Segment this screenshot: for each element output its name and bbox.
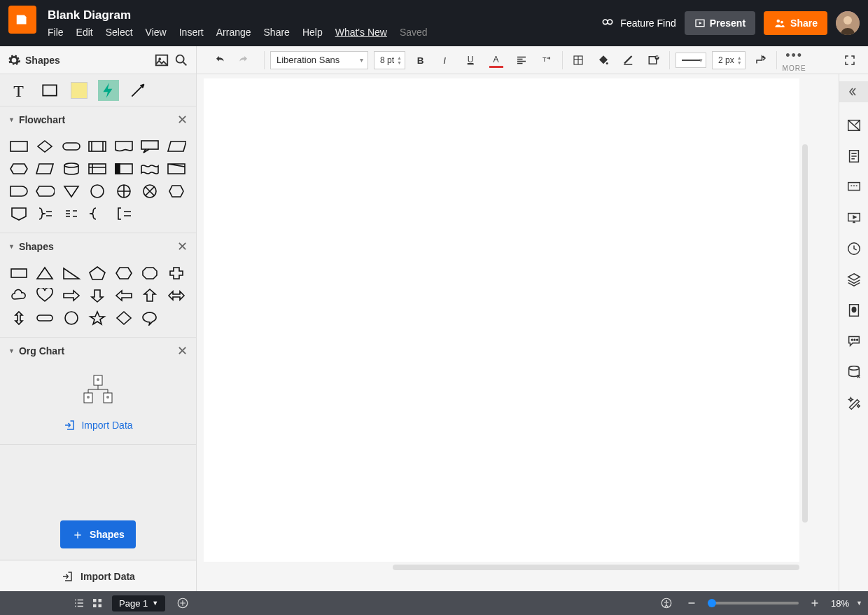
navigator-icon[interactable]	[846, 118, 862, 133]
action-tool[interactable]	[98, 80, 119, 101]
more-menu[interactable]: ••• MORE	[783, 48, 806, 72]
shape-hexagon2[interactable]	[113, 264, 134, 282]
menu-insert[interactable]: Insert	[179, 27, 204, 38]
fill-button[interactable]	[594, 50, 613, 70]
shape-hexagon[interactable]	[8, 160, 29, 178]
shape-card[interactable]	[113, 160, 134, 178]
canvas-page[interactable]	[204, 78, 799, 562]
chat-icon[interactable]	[846, 333, 862, 349]
shape-parallelogram[interactable]	[34, 160, 55, 178]
app-logo[interactable]	[8, 6, 36, 34]
zoom-value[interactable]: 18%	[831, 598, 849, 609]
accessibility-icon[interactable]	[657, 594, 676, 612]
italic-button[interactable]: I	[436, 50, 456, 70]
undo-button[interactable]	[211, 50, 230, 70]
shape-process[interactable]	[8, 137, 29, 156]
shape-star[interactable]	[87, 309, 108, 327]
fullscreen-button[interactable]	[840, 50, 860, 70]
grid-view-icon[interactable]	[88, 594, 106, 612]
menu-edit[interactable]: Edit	[76, 27, 93, 38]
menu-help[interactable]: Help	[302, 27, 323, 38]
shape-circle[interactable]	[61, 309, 82, 327]
menu-file[interactable]: File	[48, 27, 64, 38]
menu-view[interactable]: View	[146, 27, 167, 38]
document-title[interactable]: Blank Diagram	[48, 8, 428, 22]
list-view-icon[interactable]	[70, 594, 88, 612]
redo-button[interactable]	[233, 50, 253, 70]
menu-whats-new[interactable]: What's New	[335, 27, 387, 38]
horizontal-scrollbar[interactable]	[393, 565, 799, 570]
gear-icon[interactable]	[7, 53, 21, 67]
shape-callout[interactable]	[139, 137, 160, 156]
shape-brace-left[interactable]	[87, 205, 108, 223]
add-page-button[interactable]	[174, 594, 192, 612]
text-rotation-button[interactable]: T	[537, 50, 556, 70]
shape-data[interactable]	[166, 137, 187, 156]
shape-document[interactable]	[113, 137, 134, 156]
orgchart-preview-icon[interactable]	[77, 374, 119, 409]
rect-tool[interactable]	[39, 80, 60, 101]
shape-offpage[interactable]	[8, 205, 29, 223]
present-button[interactable]: Present	[685, 11, 755, 35]
canvas-area[interactable]	[197, 74, 839, 591]
add-shapes-button[interactable]: ＋ Shapes	[60, 520, 136, 548]
line-routing-button[interactable]	[751, 50, 771, 70]
shape-arrow-right[interactable]	[61, 286, 82, 305]
align-button[interactable]	[512, 50, 531, 70]
shape-note-lines[interactable]	[61, 205, 82, 223]
zoom-slider[interactable]	[708, 602, 799, 604]
zoom-out-button[interactable]	[682, 594, 701, 612]
shape-arrow-down[interactable]	[87, 286, 108, 305]
shape-arrow-up[interactable]	[139, 286, 160, 305]
shape-pill[interactable]	[34, 309, 55, 327]
image-icon[interactable]	[154, 53, 169, 68]
text-color-button[interactable]: A	[486, 50, 506, 70]
shape-tape[interactable]	[139, 160, 160, 178]
flowchart-panel-header[interactable]: ▼Flowchart ✕	[0, 106, 196, 133]
shape-heart[interactable]	[34, 286, 55, 305]
shape-sort[interactable]	[166, 182, 187, 200]
vertical-scrollbar[interactable]	[802, 144, 808, 523]
close-icon[interactable]: ✕	[177, 239, 188, 254]
shape-terminator[interactable]	[61, 137, 82, 156]
border-button[interactable]	[619, 50, 638, 70]
menu-select[interactable]: Select	[106, 27, 133, 38]
shape-connector[interactable]	[87, 182, 108, 200]
menu-share[interactable]: Share	[264, 27, 290, 38]
shape-cloud[interactable]	[8, 286, 29, 305]
font-select[interactable]: Liberation Sans	[270, 51, 368, 69]
shape-display[interactable]	[34, 182, 55, 200]
page-tab[interactable]: Page 1 ▼	[112, 595, 165, 611]
menu-arrange[interactable]: Arrange	[216, 27, 251, 38]
shape-manual-input[interactable]	[166, 160, 187, 178]
shape-delay[interactable]	[8, 182, 29, 200]
orgchart-panel-header[interactable]: ▼Org Chart ✕	[0, 338, 196, 364]
orgchart-import-link[interactable]: Import Data	[63, 419, 132, 431]
data-icon[interactable]	[846, 364, 862, 380]
close-icon[interactable]: ✕	[177, 343, 188, 359]
shape-merge[interactable]	[61, 182, 82, 200]
shape-internal-storage[interactable]	[87, 160, 108, 178]
underline-button[interactable]: U	[461, 50, 481, 70]
shape-rectangle[interactable]	[8, 264, 29, 282]
note-tool[interactable]	[69, 80, 90, 101]
layout-button[interactable]	[568, 50, 588, 70]
magic-icon[interactable]	[846, 395, 862, 410]
shape-octagon[interactable]	[139, 264, 160, 282]
presentation-icon[interactable]	[846, 210, 862, 226]
collapse-rail-button[interactable]	[839, 81, 868, 102]
shape-arrow-updown[interactable]	[8, 309, 29, 327]
shape-diamond[interactable]	[113, 309, 134, 327]
zoom-in-button[interactable]	[806, 594, 824, 612]
shape-pentagon[interactable]	[87, 264, 108, 282]
feature-find-button[interactable]: Feature Find	[601, 16, 676, 30]
bold-button[interactable]: B	[411, 50, 430, 70]
close-icon[interactable]: ✕	[177, 112, 188, 127]
line-style-select[interactable]	[676, 53, 706, 68]
search-icon[interactable]	[174, 53, 189, 68]
shape-triangle[interactable]	[34, 264, 55, 282]
import-data-button[interactable]: Import Data	[0, 560, 196, 591]
shape-summing[interactable]	[113, 182, 134, 200]
shape-cross[interactable]	[166, 264, 187, 282]
shape-options-button[interactable]	[644, 50, 664, 70]
